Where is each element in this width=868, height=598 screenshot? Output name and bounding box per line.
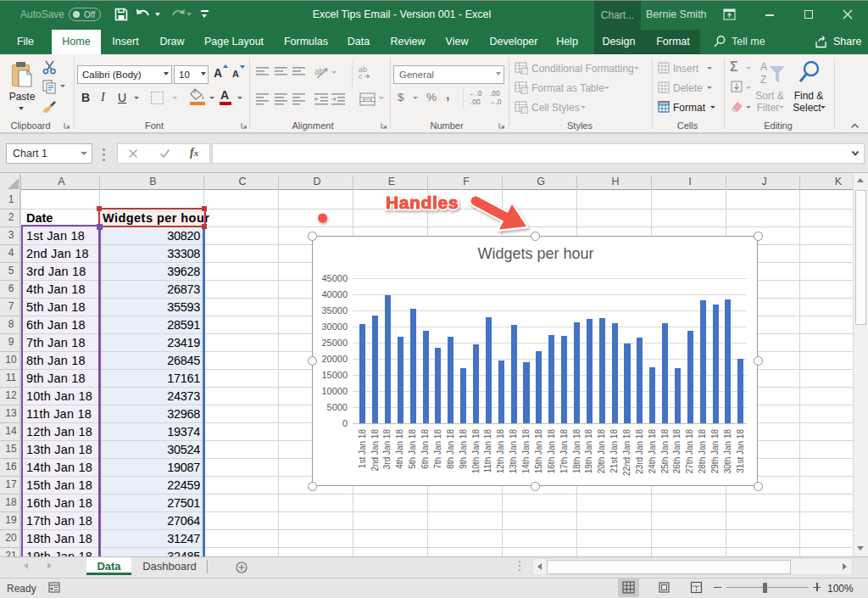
svg-text:Z: Z — [760, 74, 766, 86]
svg-text:ab: ab — [314, 67, 325, 76]
svg-text:A: A — [760, 61, 767, 73]
svg-text:c: c — [359, 72, 363, 81]
svg-text:Handles: Handles — [386, 193, 459, 212]
